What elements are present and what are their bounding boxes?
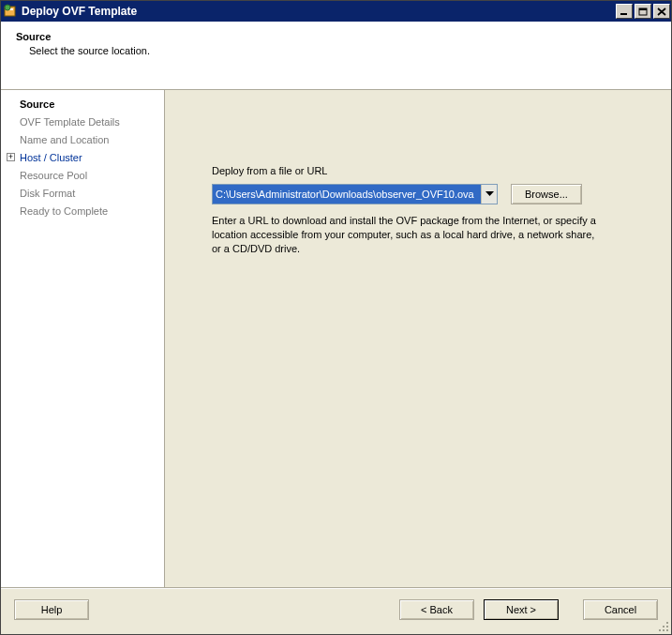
wizard-footer: Help < Back Next > Cancel	[1, 588, 671, 629]
back-button[interactable]: < Back	[399, 599, 474, 620]
header-subtitle: Select the source location.	[29, 45, 656, 56]
step-source[interactable]: Source	[1, 96, 164, 113]
wizard-body: Source OVF Template Details Name and Loc…	[1, 90, 671, 588]
titlebar: Deploy OVF Template	[1, 1, 671, 22]
source-path-combo[interactable]	[212, 184, 498, 204]
close-button[interactable]	[653, 4, 670, 19]
svg-rect-5	[639, 8, 647, 10]
step-host-cluster-label: Host / Cluster	[20, 152, 82, 163]
svg-rect-10	[663, 629, 665, 631]
svg-rect-8	[666, 626, 668, 627]
content-pane: Deploy from a file or URL Browse... Ente…	[165, 90, 671, 588]
cancel-button[interactable]: Cancel	[583, 599, 658, 620]
step-disk-format[interactable]: Disk Format	[1, 185, 164, 203]
minimize-button[interactable]	[616, 4, 633, 19]
plus-icon[interactable]: +	[7, 153, 15, 161]
svg-rect-11	[666, 629, 668, 631]
svg-rect-7	[663, 626, 665, 627]
maximize-button[interactable]	[635, 4, 651, 19]
source-path-input[interactable]	[213, 185, 481, 204]
step-resource-pool[interactable]: Resource Pool	[1, 167, 164, 185]
header-title: Source	[16, 31, 656, 42]
window-title: Deploy OVF Template	[22, 5, 137, 18]
dropdown-button[interactable]	[481, 185, 497, 204]
steps-sidebar: Source OVF Template Details Name and Loc…	[1, 90, 165, 588]
source-help-text: Enter a URL to download and install the …	[212, 214, 605, 256]
app-icon	[3, 4, 18, 19]
step-name-location[interactable]: Name and Location	[1, 131, 164, 149]
step-host-cluster[interactable]: + Host / Cluster	[1, 149, 164, 167]
next-button[interactable]: Next >	[484, 599, 559, 620]
source-label: Deploy from a file or URL	[212, 165, 652, 176]
help-button[interactable]: Help	[14, 599, 89, 620]
svg-rect-3	[620, 13, 627, 15]
svg-point-2	[5, 5, 10, 10]
svg-rect-9	[659, 629, 661, 631]
step-ready-complete[interactable]: Ready to Complete	[1, 203, 164, 220]
resize-grip[interactable]	[657, 620, 670, 633]
step-ovf-details[interactable]: OVF Template Details	[1, 113, 164, 131]
browse-button[interactable]: Browse...	[511, 184, 582, 204]
chevron-down-icon	[485, 191, 494, 197]
wizard-header: Source Select the source location.	[1, 22, 671, 90]
svg-rect-6	[666, 622, 668, 624]
